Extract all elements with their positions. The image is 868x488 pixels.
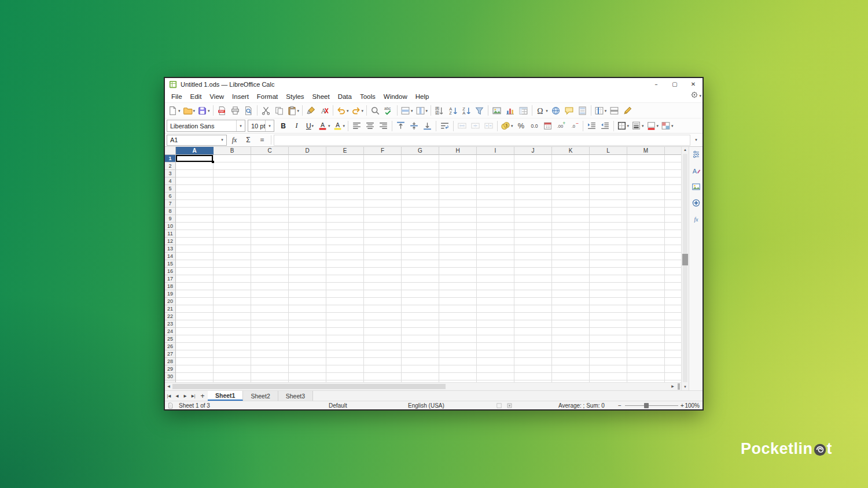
cell-d12[interactable] <box>289 238 326 245</box>
cell-i24[interactable] <box>477 328 514 335</box>
cell-h28[interactable] <box>439 358 477 365</box>
cell-h23[interactable] <box>439 320 477 328</box>
sidebar-panel-properties[interactable] <box>690 150 702 161</box>
cell-c9[interactable] <box>251 215 289 223</box>
cell-m6[interactable] <box>627 193 665 200</box>
sidebar-panel-styles[interactable]: A <box>690 166 702 177</box>
cell-a24[interactable] <box>176 328 214 335</box>
cell-a12[interactable] <box>176 238 214 245</box>
first-sheet-button[interactable]: |◀ <box>165 391 173 401</box>
cell-m16[interactable] <box>627 268 665 275</box>
cell-d25[interactable] <box>289 335 326 343</box>
cell-a25[interactable] <box>176 335 214 343</box>
column-header-a[interactable]: A <box>176 147 214 155</box>
menu-data[interactable]: Data <box>334 91 356 102</box>
format-as-currency-button[interactable]: $▾ <box>499 119 514 132</box>
cell-h29[interactable] <box>439 365 477 373</box>
cell-l18[interactable] <box>590 283 627 290</box>
column-header-c[interactable]: C <box>251 147 289 155</box>
menu-edit[interactable]: Edit <box>186 91 206 102</box>
print-button[interactable] <box>229 104 242 117</box>
cell-l20[interactable] <box>590 298 627 305</box>
select-function-button[interactable]: Σ <box>242 134 255 146</box>
cell-m3[interactable] <box>627 170 665 178</box>
cell-h6[interactable] <box>439 193 477 200</box>
cell-j25[interactable] <box>514 335 552 343</box>
cell-k20[interactable] <box>552 298 590 305</box>
cut-button[interactable] <box>259 104 273 117</box>
cell-c16[interactable] <box>251 268 289 275</box>
cell-d21[interactable] <box>289 305 326 313</box>
cell-d24[interactable] <box>289 328 326 335</box>
cell-i22[interactable] <box>477 313 514 320</box>
cell-e25[interactable] <box>326 335 364 343</box>
cell-j31[interactable] <box>514 380 552 382</box>
sheet-tab-sheet1[interactable]: Sheet1 <box>208 391 243 401</box>
cell-b12[interactable] <box>214 238 251 245</box>
scroll-up-arrow[interactable]: ▲ <box>682 147 689 153</box>
cell-a5[interactable] <box>176 185 214 193</box>
cell-i29[interactable] <box>477 365 514 373</box>
cell-l28[interactable] <box>590 358 627 365</box>
add-decimal-place-button[interactable]: .00+ <box>554 119 568 132</box>
cell-h18[interactable] <box>439 283 477 290</box>
cell-m24[interactable] <box>627 328 665 335</box>
cell-i25[interactable] <box>477 335 514 343</box>
cell-c21[interactable] <box>251 305 289 313</box>
unmerge-cells-button[interactable] <box>482 119 495 132</box>
name-box[interactable]: A1 ▾ <box>167 135 227 146</box>
row-header-13[interactable]: 13 <box>165 245 176 253</box>
undo-button[interactable]: ▾ <box>335 104 350 117</box>
cell-i31[interactable] <box>477 380 514 382</box>
cell-g29[interactable] <box>402 365 439 373</box>
cell-j14[interactable] <box>514 253 552 260</box>
sort-descending-button[interactable]: ZA <box>459 104 473 117</box>
cell-a6[interactable] <box>176 193 214 200</box>
cell-k17[interactable] <box>552 275 590 283</box>
column-header-e[interactable]: E <box>326 147 364 155</box>
align-top-button[interactable] <box>394 119 407 132</box>
new-document-button[interactable]: ▾ <box>167 104 182 117</box>
cell-d19[interactable] <box>289 290 326 298</box>
cell-e1[interactable] <box>326 155 364 162</box>
menu-view[interactable]: View <box>205 91 228 102</box>
cell-h10[interactable] <box>439 223 477 230</box>
cell-d22[interactable] <box>289 313 326 320</box>
highlighting-color-button[interactable]: A▾ <box>332 119 347 132</box>
cell-k30[interactable] <box>552 373 590 380</box>
cell-h1[interactable] <box>439 155 477 162</box>
cell-c17[interactable] <box>251 275 289 283</box>
cell-b19[interactable] <box>214 290 251 298</box>
cell-c12[interactable] <box>251 238 289 245</box>
cell-m28[interactable] <box>627 358 665 365</box>
cell-j24[interactable] <box>514 328 552 335</box>
redo-button[interactable]: ▾ <box>350 104 365 117</box>
cell-g31[interactable] <box>402 380 439 382</box>
cell-m2[interactable] <box>627 162 665 170</box>
cell-j28[interactable] <box>514 358 552 365</box>
cell-f26[interactable] <box>364 343 402 350</box>
row-header-1[interactable]: 1 <box>165 155 176 162</box>
cell-g13[interactable] <box>402 245 439 253</box>
cell-d26[interactable] <box>289 343 326 350</box>
cell-a23[interactable] <box>176 320 214 328</box>
name-box-dropdown-arrow[interactable]: ▾ <box>218 135 226 145</box>
cell-d16[interactable] <box>289 268 326 275</box>
cell-e6[interactable] <box>326 193 364 200</box>
cell-a27[interactable] <box>176 350 214 358</box>
cell-a11[interactable] <box>176 230 214 238</box>
zoom-slider-track[interactable] <box>625 405 678 406</box>
cell-m27[interactable] <box>627 350 665 358</box>
cell-e2[interactable] <box>326 162 364 170</box>
cell-a10[interactable] <box>176 223 214 230</box>
insert-hyperlink-button[interactable] <box>549 104 562 117</box>
cell-f31[interactable] <box>364 380 402 382</box>
row-header-11[interactable]: 11 <box>165 230 176 238</box>
cell-b1[interactable] <box>214 155 251 162</box>
cell-d2[interactable] <box>289 162 326 170</box>
cell-b15[interactable] <box>214 260 251 268</box>
row-header-22[interactable]: 22 <box>165 313 176 320</box>
row-header-19[interactable]: 19 <box>165 290 176 298</box>
cell-j9[interactable] <box>514 215 552 223</box>
cell-g24[interactable] <box>402 328 439 335</box>
